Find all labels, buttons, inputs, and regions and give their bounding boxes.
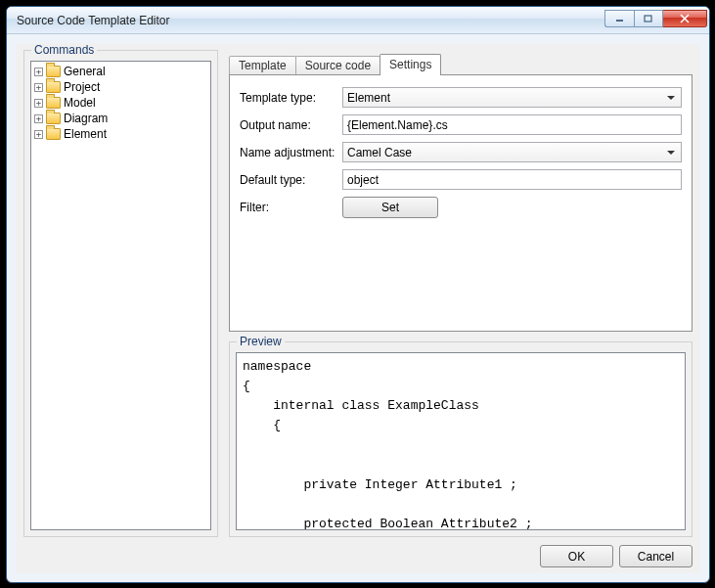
expand-icon[interactable]: + — [34, 130, 43, 139]
folder-icon — [46, 113, 61, 124]
window-title: Source Code Template Editor — [17, 14, 604, 27]
window-controls — [604, 14, 707, 27]
tab-strip: Template Source code Settings — [229, 56, 693, 75]
folder-icon — [46, 81, 61, 93]
svg-rect-1 — [645, 16, 651, 22]
tree-item-general[interactable]: + General — [33, 64, 208, 79]
commands-group: Commands + General + Project + Model — [23, 50, 218, 537]
tree-label: Element — [64, 127, 107, 141]
tab-template[interactable]: Template — [229, 56, 296, 75]
filter-set-button[interactable]: Set — [342, 197, 438, 218]
tree-label: Project — [64, 80, 100, 94]
expand-icon[interactable]: + — [34, 83, 43, 92]
output-name-input[interactable] — [342, 114, 682, 135]
tree-item-element[interactable]: + Element — [33, 126, 208, 142]
expand-icon[interactable]: + — [34, 114, 43, 123]
client-area: Commands + General + Project + Model — [16, 44, 700, 573]
tab-settings[interactable]: Settings — [380, 54, 441, 75]
filter-label: Filter: — [240, 201, 342, 214]
window: Source Code Template Editor Commands + G… — [6, 6, 710, 583]
tree-item-model[interactable]: + Model — [33, 95, 208, 111]
tree-item-project[interactable]: + Project — [33, 79, 208, 95]
template-type-combo[interactable]: Element — [342, 87, 682, 108]
close-button[interactable] — [663, 10, 707, 27]
commands-group-label: Commands — [31, 43, 97, 57]
folder-icon — [46, 128, 61, 140]
ok-button[interactable]: OK — [540, 545, 613, 567]
dialog-buttons: OK Cancel — [540, 545, 693, 567]
folder-icon — [46, 97, 61, 109]
tree-label: Diagram — [64, 112, 108, 125]
settings-panel: Template type: Element Output name: Name… — [229, 74, 693, 332]
titlebar[interactable]: Source Code Template Editor — [7, 7, 709, 34]
commands-tree[interactable]: + General + Project + Model + Di — [30, 61, 211, 530]
name-adjustment-label: Name adjustment: — [240, 146, 342, 159]
name-adjustment-value: Camel Case — [347, 146, 412, 159]
folder-icon — [46, 66, 61, 77]
cancel-button[interactable]: Cancel — [619, 545, 693, 567]
default-type-input[interactable] — [342, 169, 682, 190]
maximize-button[interactable] — [634, 10, 663, 27]
expand-icon[interactable]: + — [34, 99, 43, 108]
tree-label: General — [64, 65, 106, 78]
minimize-button[interactable] — [604, 10, 634, 27]
tab-source-code[interactable]: Source code — [295, 56, 380, 75]
output-name-label: Output name: — [240, 118, 342, 132]
preview-group: Preview namespace { internal class Examp… — [229, 341, 693, 537]
expand-icon[interactable]: + — [34, 68, 43, 76]
default-type-label: Default type: — [240, 173, 342, 187]
preview-group-label: Preview — [237, 335, 285, 348]
template-type-value: Element — [347, 91, 390, 105]
tree-item-diagram[interactable]: + Diagram — [33, 111, 208, 126]
tree-label: Model — [64, 96, 96, 110]
template-type-label: Template type: — [240, 91, 342, 105]
preview-text[interactable]: namespace { internal class ExampleClass … — [236, 352, 686, 530]
name-adjustment-combo[interactable]: Camel Case — [342, 142, 682, 162]
